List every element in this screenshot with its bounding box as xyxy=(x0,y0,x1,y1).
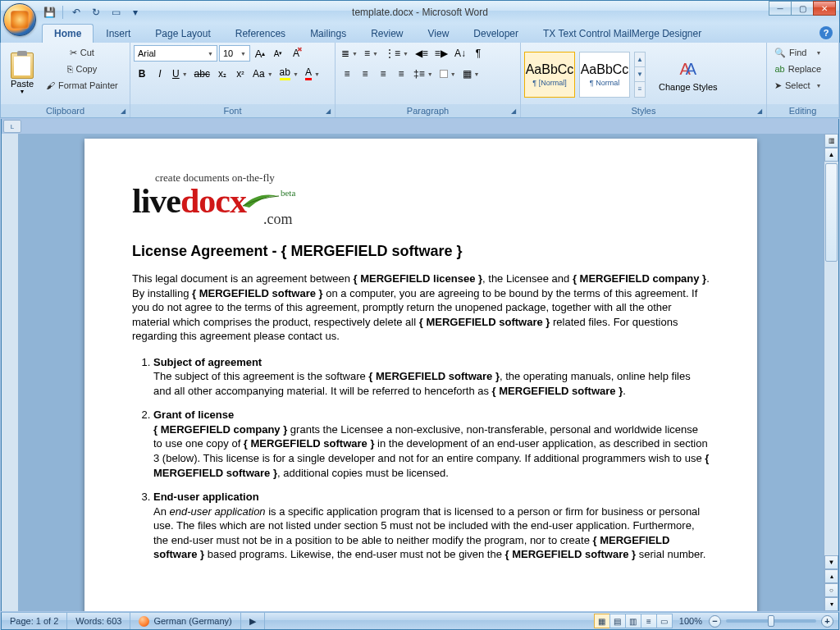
status-macro[interactable]: ▶ xyxy=(241,613,265,629)
help-icon[interactable]: ? xyxy=(819,26,833,39)
qat-doc-button[interactable]: ▭ xyxy=(107,4,125,21)
align-center-button[interactable]: ≡ xyxy=(357,66,373,82)
show-marks-button[interactable]: ¶ xyxy=(470,45,486,62)
view-print-layout[interactable]: ▦ xyxy=(594,614,610,628)
borders-button[interactable]: ▦▼ xyxy=(460,66,482,82)
highlight-button[interactable]: ab▼ xyxy=(277,66,301,82)
zoom-thumb[interactable] xyxy=(768,615,774,627)
scissors-icon: ✂ xyxy=(70,48,77,58)
sort-button[interactable]: A↓ xyxy=(452,45,468,62)
qat-redo-button[interactable]: ↻ xyxy=(87,4,105,21)
cut-button[interactable]: ✂Cut xyxy=(42,44,122,61)
view-web-layout[interactable]: ▥ xyxy=(625,614,641,628)
logo: create documents on-the-fly livedocxbeta… xyxy=(132,171,710,228)
justify-button[interactable]: ≡ xyxy=(393,66,409,82)
leaf-icon xyxy=(241,193,282,212)
font-launcher[interactable]: ◢ xyxy=(323,106,333,116)
zoom-out-button[interactable]: − xyxy=(709,615,721,628)
underline-button[interactable]: U▼ xyxy=(170,66,190,82)
replace-button[interactable]: abReplace xyxy=(770,61,826,77)
status-page[interactable]: Page: 1 of 2 xyxy=(2,613,67,629)
tab-review[interactable]: Review xyxy=(358,24,415,43)
copy-button[interactable]: ⎘Copy xyxy=(42,61,122,77)
shading-button[interactable]: ▼ xyxy=(437,66,459,82)
qat-save-button[interactable]: 💾 xyxy=(40,4,58,21)
object-browse-up[interactable]: ▴ xyxy=(824,569,838,583)
minimize-button[interactable]: ─ xyxy=(769,1,792,16)
clipboard-launcher[interactable]: ◢ xyxy=(118,106,128,116)
style-scroll-down[interactable]: ▼ xyxy=(635,67,645,82)
office-button[interactable] xyxy=(3,3,36,36)
ruler-toggle-top[interactable]: ▥ xyxy=(824,134,838,148)
page-viewport[interactable]: create documents on-the-fly livedocxbeta… xyxy=(18,134,824,611)
multilevel-button[interactable]: ⋮≡▼ xyxy=(382,45,411,62)
scroll-up-button[interactable]: ▲ xyxy=(824,148,838,162)
paste-button[interactable]: Paste ▼ xyxy=(4,44,40,102)
document-body[interactable]: License Agreement - { MERGEFIELD softwar… xyxy=(132,243,710,562)
clear-formatting-button[interactable]: A✖ xyxy=(288,45,304,62)
font-color-button[interactable]: A▼ xyxy=(303,66,322,82)
tab-mailmerge-designer[interactable]: TX Text Control MailMerge Designer xyxy=(531,24,714,43)
zoom-level[interactable]: 100% xyxy=(679,616,702,626)
status-language[interactable]: German (Germany) xyxy=(130,613,240,629)
close-button[interactable]: ✕ xyxy=(813,1,836,16)
grow-font-button[interactable]: A▴ xyxy=(252,45,268,62)
font-name-combo[interactable]: Arial▼ xyxy=(134,45,217,62)
tab-page-layout[interactable]: Page Layout xyxy=(143,24,222,43)
style-normal[interactable]: AaBbCc ¶ Normal xyxy=(579,52,630,98)
bold-button[interactable]: B xyxy=(134,66,150,82)
agreement-list: Subject of agreementThe subject of this … xyxy=(132,355,710,562)
decrease-indent-button[interactable]: ◀≡ xyxy=(413,45,431,62)
find-button[interactable]: 🔍Find▼ xyxy=(770,44,826,61)
object-browse-select[interactable]: ○ xyxy=(824,583,838,597)
tab-insert[interactable]: Insert xyxy=(94,24,143,43)
vertical-ruler[interactable] xyxy=(2,134,18,611)
superscript-button[interactable]: x² xyxy=(232,66,249,82)
subscript-button[interactable]: x₂ xyxy=(214,66,231,82)
tab-mailings[interactable]: Mailings xyxy=(298,24,358,43)
dropdown-icon: ▼ xyxy=(205,51,213,57)
object-browse-down[interactable]: ▾ xyxy=(824,597,838,611)
status-words[interactable]: Words: 603 xyxy=(67,613,130,629)
document-page[interactable]: create documents on-the-fly livedocxbeta… xyxy=(84,139,757,611)
title-bar: 💾 ↶ ↻ ▭ ▾ template.docx - Microsoft Word… xyxy=(0,0,840,23)
numbering-button[interactable]: ≡▼ xyxy=(362,45,381,62)
style-gallery-expand[interactable]: ≡ xyxy=(635,82,645,96)
style-normal-selected[interactable]: AaBbCc ¶ [Normal] xyxy=(524,52,575,98)
maximize-button[interactable]: ▢ xyxy=(791,1,814,16)
bullets-button[interactable]: ≣▼ xyxy=(339,45,360,62)
view-draft[interactable]: ▭ xyxy=(656,614,673,628)
group-clipboard: Paste ▼ ✂Cut ⎘Copy 🖌Format Painter Clipb… xyxy=(1,43,130,117)
line-spacing-button[interactable]: ‡≡▼ xyxy=(411,66,436,82)
paragraph-launcher[interactable]: ◢ xyxy=(509,106,518,116)
format-painter-button[interactable]: 🖌Format Painter xyxy=(42,77,122,94)
font-size-combo[interactable]: 10▼ xyxy=(219,45,250,62)
tab-developer[interactable]: Developer xyxy=(461,24,531,43)
qat-undo-button[interactable]: ↶ xyxy=(67,4,85,21)
style-scroll-up[interactable]: ▲ xyxy=(635,52,645,67)
scroll-track[interactable] xyxy=(824,162,838,555)
scroll-down-button[interactable]: ▼ xyxy=(824,555,838,569)
align-left-button[interactable]: ≡ xyxy=(339,66,355,82)
dropdown-icon: ▼ xyxy=(20,89,25,94)
tab-home[interactable]: Home xyxy=(42,24,94,43)
tab-references[interactable]: References xyxy=(223,24,298,43)
change-case-button[interactable]: Aa▼ xyxy=(250,66,276,82)
italic-button[interactable]: I xyxy=(152,66,168,82)
view-outline[interactable]: ≡ xyxy=(641,614,657,628)
qat-customize-button[interactable]: ▾ xyxy=(126,4,144,21)
align-right-button[interactable]: ≡ xyxy=(375,66,391,82)
tab-view[interactable]: View xyxy=(416,24,462,43)
strikethrough-button[interactable]: abc xyxy=(192,66,212,82)
change-styles-button[interactable]: AA Change Styles xyxy=(654,46,723,103)
view-full-screen[interactable]: ▤ xyxy=(609,614,626,628)
ruler-toggle-button[interactable]: L xyxy=(3,120,21,133)
zoom-slider[interactable] xyxy=(726,619,816,623)
scroll-thumb[interactable] xyxy=(825,163,838,262)
shrink-font-button[interactable]: A▾ xyxy=(270,45,286,62)
select-button[interactable]: ➤Select▼ xyxy=(770,77,826,94)
styles-launcher[interactable]: ◢ xyxy=(755,106,765,116)
zoom-in-button[interactable]: + xyxy=(821,615,833,628)
style-name: ¶ Normal xyxy=(590,79,619,87)
increase-indent-button[interactable]: ≡▶ xyxy=(432,45,450,62)
